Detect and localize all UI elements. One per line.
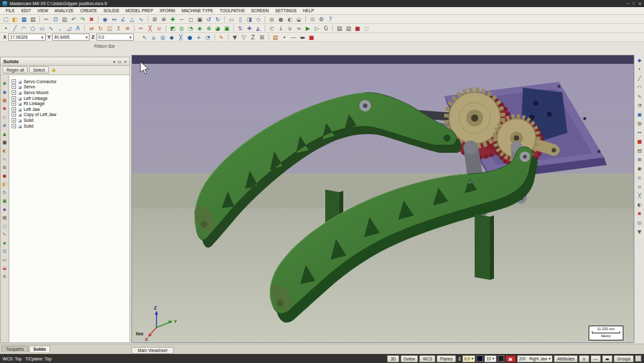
panel-menu-icon[interactable]: ▾ (113, 59, 115, 64)
analyze-distance-icon[interactable]: ↔ (110, 15, 118, 23)
recent-grid-icon[interactable]: ⊞ (1, 164, 8, 171)
expand-icon[interactable]: + (12, 96, 16, 101)
verify-icon[interactable]: ▶ (304, 25, 312, 32)
status-gview-button[interactable]: Gview (401, 355, 419, 362)
expand-icon[interactable]: + (12, 118, 16, 123)
open-file-icon[interactable]: ◧ (11, 15, 19, 23)
point-snap-icon[interactable]: + (195, 34, 203, 41)
tree-item-rt-linkage[interactable]: +◪Rt Linkage (10, 101, 129, 106)
break-icon[interactable]: ╳ (146, 25, 154, 32)
groups-button[interactable]: Groups (614, 355, 634, 362)
attributes-button[interactable]: Attributes (554, 355, 578, 362)
save-file-icon[interactable]: ▦ (20, 15, 28, 23)
plane-select-icon[interactable]: ▽ (240, 34, 248, 41)
z-depth-field[interactable]: 0.0▼ (462, 355, 475, 362)
create-line-icon[interactable]: ╱ (11, 25, 19, 32)
menu-file[interactable]: FILE (3, 8, 18, 13)
gview-iso-icon[interactable]: ◇ (254, 15, 262, 23)
quickmask-solids-icon[interactable]: ▣ (636, 111, 643, 118)
menu-model-prep[interactable]: MODEL PREP (122, 8, 156, 13)
quickmask-splines-icon[interactable]: ∿ (636, 93, 643, 100)
join-icon[interactable]: ∪ (155, 25, 163, 32)
levels-manager-icon[interactable]: ▤ (336, 25, 343, 32)
paste-icon[interactable]: ▥ (61, 15, 68, 23)
recent-delete-icon[interactable]: ✖ (1, 106, 8, 112)
quickmask-invert-icon[interactable]: ◐ (636, 201, 643, 208)
graphics-viewport[interactable]: Z Y X Iso 11.333 mm Metric (131, 55, 634, 343)
status-planes-button[interactable]: Planes (437, 355, 456, 362)
recent-stop-icon[interactable]: ● (1, 173, 8, 179)
modelprep-move-icon[interactable]: ✚ (245, 25, 253, 32)
line-style-icon[interactable]: — (290, 34, 298, 41)
analyze-entity-icon[interactable]: ◉ (101, 15, 109, 23)
recent-boolean-icon[interactable]: ⊕ (1, 123, 8, 129)
recent-section-icon[interactable]: ◒ (1, 265, 8, 271)
quickmask-wireframe-icon[interactable]: ◍ (636, 120, 643, 127)
zoom-fit-icon[interactable]: ▣ (196, 15, 204, 23)
origin-point-icon[interactable]: ⌂ (150, 34, 158, 41)
panel-pin-icon[interactable]: ⊡ (118, 59, 121, 64)
expand-icon[interactable]: + (12, 124, 16, 128)
create-point-icon[interactable]: • (2, 25, 10, 32)
create-text-icon[interactable]: A (74, 25, 82, 32)
shaded-icon[interactable]: ● (277, 15, 285, 23)
post-process-icon[interactable]: G (322, 25, 330, 32)
z-depth-icon[interactable]: Z (249, 34, 257, 41)
midpoint-icon[interactable]: ● (186, 34, 194, 41)
recent-analyze-icon[interactable]: ◉ (1, 89, 8, 95)
solid-loft-icon[interactable]: ◈ (196, 25, 204, 32)
menu-create[interactable]: CREATE (77, 8, 100, 13)
unzoom-icon[interactable]: ◻ (187, 15, 194, 23)
analyze-angle-icon[interactable]: ∠ (119, 15, 127, 23)
solid-shell-icon[interactable]: ▣ (223, 25, 231, 32)
recent-rotate-icon[interactable]: ↻ (1, 190, 8, 196)
undo-icon[interactable]: ↶ (70, 15, 77, 23)
quickmask-arcs-icon[interactable]: ◠ (636, 84, 643, 91)
zoom-in-icon[interactable]: ✚ (169, 15, 176, 23)
quickmask-clear-icon[interactable]: ✖ (636, 210, 643, 217)
gview-top-icon[interactable]: ▭ (227, 15, 235, 23)
print-icon[interactable]: ▤ (29, 15, 37, 23)
recent-circle-icon[interactable]: ○ (1, 223, 8, 230)
group-color-swatch[interactable] (635, 355, 641, 362)
trim-icon[interactable]: ✂ (137, 25, 145, 32)
line-width-field[interactable]: 10▼ (484, 355, 497, 362)
backplot-icon[interactable]: ▷ (313, 25, 321, 32)
quickmask-result-icon[interactable]: ◉ (636, 165, 643, 172)
xform-rotate-icon[interactable]: ↻ (97, 25, 104, 32)
solid-revolve-icon[interactable]: ◎ (178, 25, 185, 32)
tree-item-left-linkage[interactable]: +◪Left Linkage (10, 95, 129, 101)
configuration-icon[interactable]: ⚙ (317, 15, 325, 23)
endpoint-icon[interactable]: ◆ (168, 34, 176, 41)
close-button[interactable]: ✕ (638, 1, 641, 6)
panel-close-icon[interactable]: ✕ (124, 59, 127, 64)
create-chamfer-icon[interactable]: ◿ (65, 25, 73, 32)
tree-item-servo[interactable]: +◪Servo (10, 84, 129, 90)
analyze-chain-icon[interactable]: ∿ (137, 15, 145, 23)
quickmask-outside-icon[interactable]: ⊃ (636, 183, 643, 190)
tree-item-copy-of-left-jaw[interactable]: +◪Copy of Left Jaw (10, 112, 129, 118)
help-icon[interactable]: ? (327, 15, 334, 23)
recent-spline-icon[interactable]: ∿ (1, 156, 8, 162)
intersection-icon[interactable]: ╳ (177, 34, 185, 41)
expand-icon[interactable]: + (12, 112, 16, 117)
recent-shell-icon[interactable]: ▣ (1, 198, 8, 204)
tree-item-solid[interactable]: +◪Solid (10, 123, 129, 129)
modelprep-pushpull-icon[interactable]: ⇅ (236, 25, 244, 32)
color-picker-icon[interactable]: ■ (354, 25, 361, 32)
cut-icon[interactable]: ✂ (43, 15, 50, 23)
delete-entity-icon[interactable]: ✖ (88, 15, 95, 23)
toolpath-drill-icon[interactable]: ↓ (277, 25, 285, 32)
arc-center-icon[interactable]: ◎ (159, 34, 167, 41)
create-spline-icon[interactable]: ∿ (47, 25, 55, 32)
quickmask-all-icon[interactable]: ◆ (636, 57, 643, 64)
redo-icon[interactable]: ↷ (79, 15, 86, 23)
line-style-swatch[interactable] (498, 355, 504, 362)
quickmask-surfaces-icon[interactable]: ◔ (636, 102, 643, 109)
z-coordinate-field[interactable]: 0.0▼ (97, 34, 134, 41)
tree-item-servo-connector[interactable]: +◪Servo Connector (10, 79, 129, 84)
expand-icon[interactable]: + (12, 107, 16, 112)
regen-all-button[interactable]: Regen all (3, 66, 28, 74)
xform-offset-icon[interactable]: ≡ (124, 25, 131, 32)
recent-copy-icon[interactable]: ⊡ (1, 248, 8, 255)
